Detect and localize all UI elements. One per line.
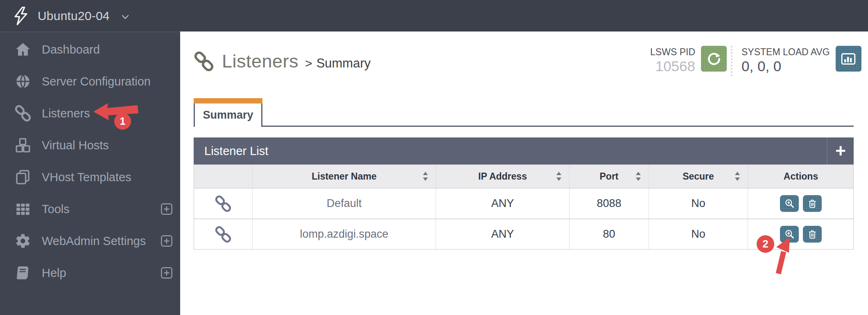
column-header-ip-address[interactable]: IP Address	[436, 165, 569, 188]
status-bar: LSWS PID 10568 SYSTEM LOAD AVG 0, 0, 0	[650, 46, 861, 76]
tab-accent-bar	[194, 98, 262, 104]
expand-plus-icon[interactable]	[160, 234, 174, 248]
port-cell: 8088	[569, 189, 649, 218]
link-icon	[215, 226, 231, 243]
grid-icon	[15, 201, 31, 217]
sort-icon[interactable]	[555, 171, 563, 182]
topbar: Ubuntu20-04	[0, 0, 868, 32]
refresh-icon	[706, 51, 722, 67]
sidebar-item-label: Help	[42, 266, 160, 280]
column-header-actions: Actions	[748, 165, 854, 188]
tab-baseline	[194, 126, 854, 127]
expand-plus-icon[interactable]	[160, 266, 174, 280]
add-listener-button[interactable]: +	[827, 137, 854, 164]
tab-label: Summary	[195, 104, 261, 127]
magnifier-plus-icon	[784, 198, 795, 209]
sort-icon[interactable]	[422, 171, 429, 182]
system-stats-button[interactable]	[836, 46, 861, 72]
ip-address-cell: ANY	[436, 219, 569, 249]
sidebar-item-label: VHost Templates	[42, 171, 180, 184]
table-header-row: Listener Name IP Address Port Secure Act…	[194, 165, 853, 188]
breadcrumb-separator: >	[305, 52, 312, 70]
lsws-pid-value: 10568	[650, 58, 695, 74]
trash-icon	[807, 198, 818, 209]
delete-listener-button[interactable]	[803, 226, 822, 243]
server-name: Ubuntu20-04	[38, 9, 110, 23]
sidebar: Dashboard Server Configuration Listeners…	[0, 32, 180, 315]
row-icon-cell	[194, 189, 252, 218]
table-row: Default ANY 8088 No	[194, 188, 853, 218]
view-listener-button[interactable]	[780, 195, 799, 212]
port-cell: 80	[569, 219, 649, 249]
sidebar-item-listeners[interactable]: Listeners	[0, 97, 180, 129]
sidebar-item-label: Virtual Hosts	[42, 139, 180, 152]
sidebar-item-label: Dashboard	[42, 43, 180, 56]
column-label: Listener Name	[312, 171, 377, 182]
lsws-pid-block: LSWS PID 10568	[650, 46, 695, 74]
column-header-listener-name[interactable]: Listener Name	[252, 165, 436, 188]
listener-name-cell[interactable]: lomp.azdigi.space	[252, 219, 436, 249]
server-selector[interactable]: Ubuntu20-04	[0, 7, 129, 25]
table-row: lomp.azdigi.space ANY 80 No	[194, 218, 853, 249]
bar-chart-icon	[840, 51, 857, 67]
listener-list-panel-header: Listener List +	[194, 137, 854, 164]
listeners-link-icon	[194, 52, 214, 71]
page-subtitle: Summary	[316, 52, 371, 71]
actions-cell	[748, 189, 854, 218]
book-icon	[15, 265, 31, 281]
sidebar-item-label: Tools	[42, 202, 160, 216]
secure-cell: No	[649, 219, 748, 249]
column-label: Port	[600, 171, 619, 182]
secure-cell: No	[649, 189, 748, 218]
annotation-step-badge: 2	[757, 235, 774, 253]
column-header-secure[interactable]: Secure	[649, 165, 748, 188]
column-label: Actions	[784, 171, 818, 182]
sidebar-item-label: WebAdmin Settings	[42, 234, 160, 248]
chevron-down-icon	[121, 14, 129, 20]
templates-icon	[15, 169, 31, 185]
listener-table: Listener Name IP Address Port Secure Act…	[194, 164, 854, 250]
sidebar-item-label: Server Configuration	[42, 75, 180, 88]
lsws-pid-label: LSWS PID	[650, 46, 695, 58]
sidebar-item-dashboard[interactable]: Dashboard	[0, 34, 180, 65]
lightning-logo-icon	[12, 7, 29, 25]
restart-server-button[interactable]	[701, 46, 727, 72]
delete-listener-button[interactable]	[803, 195, 822, 212]
breadcrumb: Listeners > Summary	[222, 44, 371, 79]
sidebar-item-server-configuration[interactable]: Server Configuration	[0, 65, 180, 97]
sidebar-item-virtual-hosts[interactable]: Virtual Hosts	[0, 129, 180, 161]
panel-title: Listener List	[194, 144, 827, 158]
sidebar-item-tools[interactable]: Tools	[0, 193, 180, 225]
gear-icon	[15, 233, 31, 249]
cubes-icon	[15, 137, 31, 153]
sort-icon[interactable]	[734, 171, 741, 182]
sidebar-item-vhost-templates[interactable]: VHost Templates	[0, 161, 180, 193]
trash-icon	[807, 229, 818, 240]
ip-address-cell: ANY	[436, 189, 569, 218]
link-icon	[15, 105, 31, 122]
annotation-step-badge: 1	[114, 113, 131, 130]
sidebar-item-webadmin-settings[interactable]: WebAdmin Settings	[0, 225, 180, 257]
listener-name-cell[interactable]: Default	[252, 189, 436, 218]
system-load-block: SYSTEM LOAD AVG 0, 0, 0	[741, 46, 830, 74]
globe-icon	[15, 73, 31, 90]
row-icon-cell	[194, 219, 252, 249]
tab-summary[interactable]: Summary	[194, 98, 262, 127]
column-label: IP Address	[478, 171, 527, 182]
column-label: Secure	[683, 171, 714, 182]
sidebar-item-help[interactable]: Help	[0, 257, 180, 289]
link-icon	[215, 196, 231, 212]
home-icon	[15, 41, 31, 58]
expand-plus-icon[interactable]	[160, 202, 174, 216]
column-header-icon	[194, 165, 252, 188]
page-title: Listeners	[222, 51, 298, 72]
sort-icon[interactable]	[635, 171, 642, 182]
system-load-value: 0, 0, 0	[741, 58, 830, 74]
stats-divider	[731, 46, 732, 76]
system-load-label: SYSTEM LOAD AVG	[741, 46, 830, 58]
sidebar-nav: Dashboard Server Configuration Listeners…	[0, 34, 180, 289]
column-header-port[interactable]: Port	[569, 165, 649, 188]
